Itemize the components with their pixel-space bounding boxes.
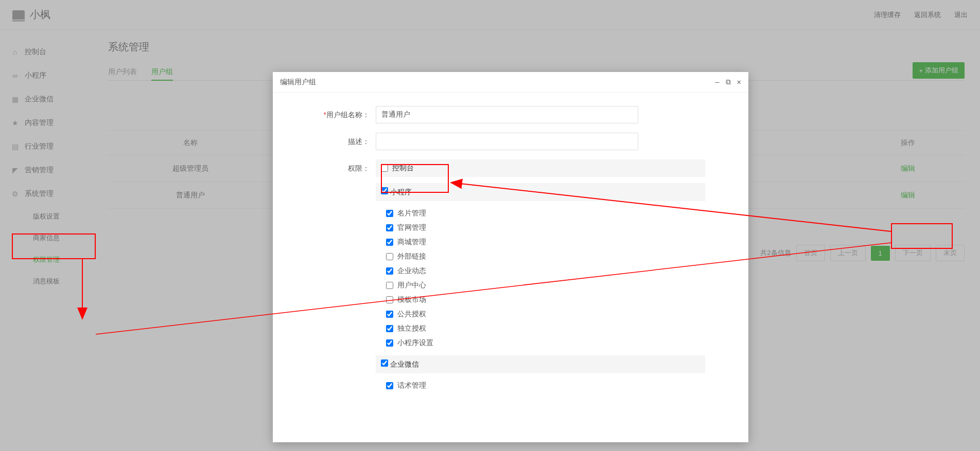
perm-child-label: 公共授权	[397, 310, 426, 319]
perm-child: 外部链接	[381, 249, 738, 264]
perm-child: 模板市场	[381, 293, 738, 307]
perm-child-checkbox[interactable]	[386, 339, 393, 347]
perm-child: 独立授权	[381, 321, 738, 336]
perm-child-label: 商城管理	[397, 238, 426, 247]
perm-console-checkbox[interactable]	[381, 165, 388, 172]
label-perm: 权限：	[283, 159, 376, 177]
perm-console: 控制台	[376, 159, 705, 177]
perm-child: 商城管理	[381, 235, 738, 249]
perm-child-label: 外部链接	[397, 252, 426, 261]
perm-child: 名片管理	[381, 206, 738, 221]
perm-child-label: 小程序设置	[397, 338, 433, 348]
perm-child-label: 独立授权	[397, 324, 426, 333]
perm-miniapp: 小程序	[376, 183, 705, 201]
label-desc: 描述：	[283, 133, 376, 150]
perm-label: 控制台	[392, 164, 414, 173]
desc-input[interactable]	[376, 133, 638, 150]
modal-body: *用户组名称： 描述： 权限： 控制台 小程序 名片管理官网管理商城管理外部链接…	[273, 93, 748, 442]
perm-child: 公共授权	[381, 307, 738, 321]
close-icon[interactable]: ✕	[737, 78, 741, 86]
perm-label: 小程序	[390, 188, 412, 196]
perm-child-label: 名片管理	[397, 209, 426, 218]
perm-wework: 企业微信	[376, 355, 705, 373]
edit-user-group-modal: 编辑用户组 — ⧉ ✕ *用户组名称： 描述： 权限： 控制台 小	[273, 72, 748, 442]
group-name-input[interactable]	[376, 106, 638, 123]
perm-child-label: 模板市场	[397, 295, 426, 304]
modal-titlebar[interactable]: 编辑用户组 — ⧉ ✕	[273, 72, 748, 93]
perm-miniapp-checkbox[interactable]	[381, 187, 388, 194]
perm-wework-checkbox[interactable]	[381, 359, 388, 367]
perm-child-checkbox[interactable]	[386, 239, 393, 246]
perm-child-checkbox[interactable]	[386, 253, 393, 260]
perm-child-checkbox[interactable]	[386, 296, 393, 303]
perm-child: 小程序设置	[381, 336, 738, 350]
perm-child-checkbox[interactable]	[386, 382, 393, 389]
perm-child: 企业动态	[381, 264, 738, 278]
perm-child-label: 话术管理	[397, 381, 426, 390]
perm-child-label: 企业动态	[397, 266, 426, 276]
maximize-icon[interactable]: ⧉	[726, 78, 731, 86]
perm-wework-children: 话术管理	[376, 378, 738, 398]
perm-child: 话术管理	[381, 378, 738, 393]
perm-child-checkbox[interactable]	[386, 224, 393, 231]
label-group-name: *用户组名称：	[283, 106, 376, 123]
perm-child-label: 用户中心	[397, 281, 426, 290]
perm-child-checkbox[interactable]	[386, 267, 393, 275]
minimize-icon[interactable]: —	[715, 78, 719, 86]
perm-child-checkbox[interactable]	[386, 325, 393, 332]
perm-miniapp-children: 名片管理官网管理商城管理外部链接企业动态用户中心模板市场公共授权独立授权小程序设…	[376, 206, 738, 355]
perm-child: 官网管理	[381, 221, 738, 235]
perm-label: 企业微信	[390, 360, 419, 368]
modal-title: 编辑用户组	[280, 78, 316, 87]
perm-child-checkbox[interactable]	[386, 311, 393, 318]
perm-child: 用户中心	[381, 278, 738, 293]
perm-child-checkbox[interactable]	[386, 210, 393, 217]
perm-child-checkbox[interactable]	[386, 282, 393, 289]
perm-child-label: 官网管理	[397, 223, 426, 232]
